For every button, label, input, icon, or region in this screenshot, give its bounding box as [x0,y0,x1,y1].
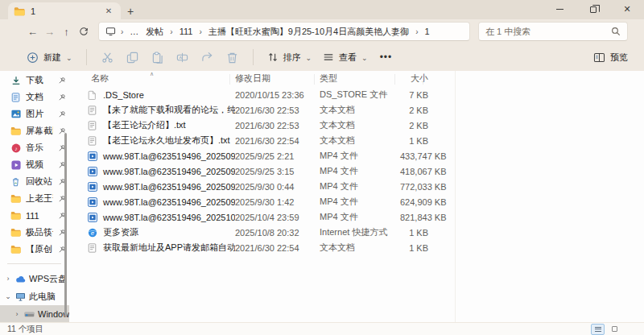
details-view-button[interactable] [591,324,605,335]
sidebar-item-documents[interactable]: 文档 [0,89,69,105]
file-name: .DS_Store [103,90,144,100]
sidebar-item-windows-ssd[interactable]: › Windows-SSD [0,305,69,323]
sidebar-item-folder[interactable]: 【原创】内射 [0,241,69,258]
table-row[interactable]: 获取最新地址及APP请发邮箱自动获取.txt 2021/6/30 22:54 文… [69,240,644,255]
search-input[interactable] [485,27,611,36]
mp4-file-icon [87,166,97,176]
folder-icon [14,6,25,16]
file-type: MP4 文件 [320,180,400,192]
close-button[interactable]: ✕ [610,0,644,19]
folder-icon [10,193,21,204]
sidebar-item-downloads[interactable]: 下载 [0,72,69,89]
sidebar-item-pictures[interactable]: 图片 [0,105,69,122]
tab-strip: 1 ✕ + ✕ [0,0,644,19]
new-tab-button[interactable]: + [121,2,140,19]
text-file-icon [87,120,97,130]
file-name: www.98T.la@623519496_20250929_23245... [103,182,235,192]
breadcrumb[interactable]: › … 发帖 › 111 › 主播【旺旺水蜜陶】9月25-10月4日高颜美艳人妻… [98,22,470,41]
sidebar-item-folder[interactable]: 111 [0,207,69,224]
sort-button[interactable]: 排序 ⌄ [262,48,318,67]
view-button[interactable]: 查看 ⌄ [317,48,374,67]
table-row[interactable]: 【老王论坛永久地址发布页】.txt 2021/6/30 22:54 文本文档 1… [69,133,644,148]
file-name: www.98T.la@623519496_20250925_02344... [103,167,235,176]
explorer-tab[interactable]: 1 ✕ [8,2,121,19]
address-row: ← → ↑ › … 发帖 › 111 › 主播【旺旺水蜜陶】9月25-10月4日… [0,19,644,43]
file-icon [87,89,97,100]
chevron-right-icon: › [120,27,124,36]
column-header-date[interactable]: 修改日期 [235,72,320,85]
share-button[interactable] [196,48,218,67]
item-count: 11 个项目 [7,324,43,335]
column-header-size[interactable]: 大小 [400,72,428,85]
new-button[interactable]: 新建 ⌄ [21,48,78,67]
back-button[interactable]: ← [24,23,41,40]
sidebar-item-wps-cloud[interactable]: › WPS云盘 [0,270,69,287]
status-bar: 11 个项目 [0,322,644,335]
sidebar-item-this-pc[interactable]: ⌄ 此电脑 [0,287,69,305]
rename-button[interactable] [171,48,193,67]
sidebar-item-music[interactable]: ♪ 音乐 [0,139,69,156]
chevron-down-icon[interactable]: ⌄ [4,292,12,300]
sidebar-item-videos[interactable]: 视频 [0,156,69,173]
table-row[interactable]: 【来了就能下载和观看的论坛，纯免费！】.txt 2021/6/30 22:53 … [69,102,644,118]
forward-button[interactable]: → [41,23,58,40]
file-type: MP4 文件 [320,165,400,177]
breadcrumb-item[interactable]: 111 [178,26,195,37]
paste-button[interactable] [147,48,168,67]
breadcrumb-overflow[interactable]: … [128,26,140,37]
window-controls: ✕ [543,0,644,19]
chevron-right-icon[interactable]: › [4,275,12,283]
large-icons-view-button[interactable] [608,324,621,335]
tab-close-icon[interactable]: ✕ [102,5,115,18]
view-label: 查看 [339,52,357,64]
chevron-down-icon: ⌄ [66,54,72,62]
table-row[interactable]: www.98T.la@623519496_20250929_23245... 2… [69,179,644,194]
copy-button[interactable] [122,48,143,67]
sidebar-item-label: 屏幕截图 [26,125,53,137]
file-date: 2025/10/8 20:32 [235,228,320,238]
delete-button[interactable] [221,48,243,67]
table-row[interactable]: e更多资源 2025/10/8 20:32 Internet 快捷方式 1 KB [69,225,644,240]
pin-icon [58,110,66,118]
file-date: 2021/6/30 22:53 [235,105,320,115]
minimize-button[interactable] [543,0,576,19]
file-type: 文本文档 [320,242,400,254]
explorer-content: 下载 文档 图片 屏幕截图 ♪ [0,71,644,322]
cut-button[interactable] [97,48,118,67]
sidebar-item-folder[interactable]: 极品筷子腿， [0,224,69,241]
sidebar-item-folder[interactable]: 上老王论坛当 [0,190,69,207]
breadcrumb-item[interactable]: 发帖 [144,25,165,39]
table-row[interactable]: .DS_Store 2020/10/15 23:36 DS_STORE 文件 7… [69,87,644,102]
refresh-button[interactable] [75,23,92,40]
file-type: DS_STORE 文件 [320,89,400,101]
search-icon [611,27,621,36]
folder-icon [10,227,21,238]
file-type: 文本文档 [320,119,400,131]
table-row[interactable]: www.98T.la@623519496_20250925_01374... 2… [69,148,644,163]
up-button[interactable]: ↑ [58,23,75,40]
see-more-button[interactable]: ••• [374,48,399,66]
preview-button[interactable]: 预览 [588,48,633,67]
chevron-right-icon[interactable]: › [13,310,21,318]
breadcrumb-item[interactable]: 主播【旺旺水蜜陶】9月25-10月4日高颜美艳人妻御 [207,25,411,39]
file-size: 624,909 KB [400,197,428,207]
file-type: MP4 文件 [320,211,400,223]
file-date: 2025/9/30 1:42 [235,197,320,207]
file-type: Internet 快捷方式 [320,226,400,238]
svg-text:♪: ♪ [14,145,17,151]
table-row[interactable]: www.98T.la@623519496_20250930_00442... 2… [69,194,644,209]
table-row[interactable]: www.98T.la@623519496_20251004_22391... 2… [69,209,644,225]
pin-icon [58,77,66,85]
maximize-button[interactable] [576,0,610,19]
file-size: 433,747 KB [400,151,428,161]
file-size: 2 KB [400,121,428,130]
sidebar-item-screenshots[interactable]: 屏幕截图 [0,122,69,139]
breadcrumb-item[interactable]: 1 [423,26,431,37]
column-header-type[interactable]: 类型 [320,72,400,85]
table-row[interactable]: www.98T.la@623519496_20250925_02344... 2… [69,163,644,179]
sidebar-scrollbar[interactable] [64,133,67,317]
column-header-name[interactable]: 名称 [69,72,235,85]
sidebar-item-recycle-bin[interactable]: 回收站 [0,173,69,190]
table-row[interactable]: 【老王论坛介绍】.txt 2021/6/30 22:53 文本文档 2 KB [69,118,644,133]
documents-icon [10,92,21,102]
